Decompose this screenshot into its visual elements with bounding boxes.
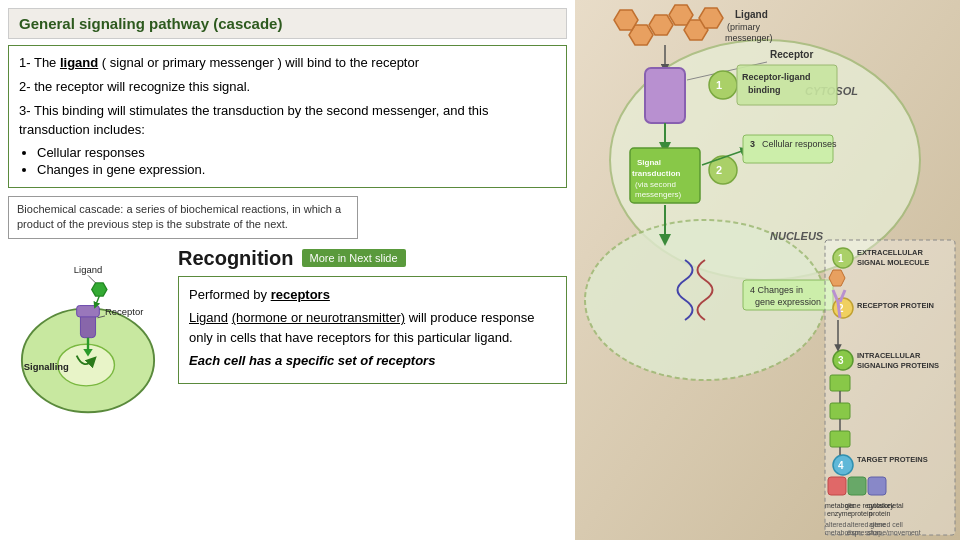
right-panel-svg: Ligand (primary messenger) Receptor CYTO…	[575, 0, 960, 540]
svg-text:Cellular responses: Cellular responses	[762, 139, 837, 149]
point-1-post: ( signal or primary messenger ) will bin…	[98, 55, 419, 70]
svg-text:3: 3	[838, 355, 844, 366]
svg-text:TARGET PROTEINS: TARGET PROTEINS	[857, 455, 928, 464]
svg-text:EXTRACELLULAR: EXTRACELLULAR	[857, 248, 923, 257]
recognition-area: Recognition More in Next slide Performed…	[178, 247, 567, 384]
svg-marker-14	[649, 15, 673, 35]
svg-text:binding: binding	[748, 85, 781, 95]
recognition-line1: Performed by receptors	[189, 285, 556, 305]
svg-text:RECEPTOR PROTEIN: RECEPTOR PROTEIN	[857, 301, 934, 310]
recognition-line1-pre: Performed by	[189, 287, 271, 302]
svg-text:3: 3	[750, 139, 755, 149]
svg-text:NUCLEUS: NUCLEUS	[770, 230, 824, 242]
svg-text:protein: protein	[869, 510, 891, 518]
svg-text:2: 2	[716, 164, 722, 176]
svg-marker-18	[614, 10, 638, 30]
svg-text:SIGNALING PROTEINS: SIGNALING PROTEINS	[857, 361, 939, 370]
recognition-line3: Each cell has a specific set of receptor…	[189, 351, 556, 371]
point-1-pre: 1- The	[19, 55, 60, 70]
title-box: General signaling pathway (cascade)	[8, 8, 567, 39]
svg-text:1: 1	[716, 79, 722, 91]
svg-text:altered cell: altered cell	[869, 521, 903, 528]
point-2: 2- the receptor will recognize this sign…	[19, 78, 556, 96]
recognition-header: Recognition More in Next slide	[178, 247, 567, 270]
svg-rect-74	[828, 477, 846, 495]
svg-text:messengers): messengers)	[635, 190, 682, 199]
bullet-list: Cellular responses Changes in gene expre…	[37, 145, 556, 177]
ligand-word: ligand	[60, 55, 98, 70]
cell-diagram-svg: Ligand Receptor Signalling	[8, 247, 168, 417]
svg-text:Signal: Signal	[637, 158, 661, 167]
svg-text:4  Changes in: 4 Changes in	[750, 285, 803, 295]
svg-text:altered: altered	[825, 521, 847, 528]
svg-marker-19	[699, 8, 723, 28]
svg-line-10	[96, 296, 100, 305]
point-1: 1- The ligand ( signal or primary messen…	[19, 54, 556, 72]
svg-text:Ligand: Ligand	[74, 264, 102, 275]
more-next-slide-button[interactable]: More in Next slide	[302, 249, 406, 267]
biochem-text: Biochemical cascade: a series of biochem…	[17, 203, 341, 230]
svg-text:gene expression: gene expression	[755, 297, 821, 307]
ligand-link: Ligand	[189, 310, 228, 325]
content-box: 1- The ligand ( signal or primary messen…	[8, 45, 567, 188]
svg-text:1: 1	[838, 253, 844, 264]
recognition-line2: Ligand (hormone or neurotransmitter) wil…	[189, 308, 556, 347]
svg-text:INTRACELLULAR: INTRACELLULAR	[857, 351, 921, 360]
svg-point-28	[709, 71, 737, 99]
svg-text:messenger): messenger)	[725, 33, 773, 43]
hormone-neurotrans: (hormone or neurotransmitter)	[232, 310, 405, 325]
svg-text:SIGNAL MOLECULE: SIGNAL MOLECULE	[857, 258, 929, 267]
svg-rect-3	[77, 305, 100, 316]
bullet-2: Changes in gene expression.	[37, 162, 556, 177]
svg-text:Receptor: Receptor	[770, 49, 813, 60]
svg-marker-4	[92, 282, 107, 295]
svg-text:4: 4	[838, 460, 844, 471]
right-panel: Ligand (primary messenger) Receptor CYTO…	[575, 0, 960, 540]
svg-text:transduction: transduction	[632, 169, 681, 178]
svg-line-6	[88, 275, 96, 283]
svg-text:shape/movement: shape/movement	[867, 529, 921, 537]
svg-text:enzyme: enzyme	[827, 510, 852, 518]
svg-text:Signalling: Signalling	[24, 360, 69, 371]
svg-rect-69	[830, 431, 850, 447]
svg-text:Receptor-ligand: Receptor-ligand	[742, 72, 811, 82]
ligand-diagram: Ligand Receptor Signalling	[8, 247, 168, 407]
bullet-1: Cellular responses	[37, 145, 556, 160]
main-container: General signaling pathway (cascade) 1- T…	[0, 0, 960, 540]
svg-text:(via second: (via second	[635, 180, 676, 189]
svg-marker-56	[829, 270, 845, 286]
svg-point-39	[709, 156, 737, 184]
left-panel: General signaling pathway (cascade) 1- T…	[0, 0, 575, 540]
svg-rect-65	[830, 375, 850, 391]
bottom-section: Ligand Receptor Signalling	[8, 247, 567, 407]
svg-text:cytoskeletal: cytoskeletal	[867, 502, 904, 510]
svg-rect-67	[830, 403, 850, 419]
biochem-box: Biochemical cascade: a series of biochem…	[8, 196, 358, 239]
svg-text:(primary: (primary	[727, 22, 760, 32]
svg-text:Ligand: Ligand	[735, 9, 768, 20]
svg-rect-75	[848, 477, 866, 495]
svg-text:Receptor: Receptor	[105, 306, 143, 317]
recognition-content: Performed by receptors Ligand (hormone o…	[178, 276, 567, 384]
svg-rect-76	[868, 477, 886, 495]
page-title: General signaling pathway (cascade)	[19, 15, 556, 32]
recognition-title: Recognition	[178, 247, 294, 270]
svg-rect-24	[645, 68, 685, 123]
point-3-text: 3- This binding will stimulates the tran…	[19, 102, 556, 138]
receptors-word: receptors	[271, 287, 330, 302]
